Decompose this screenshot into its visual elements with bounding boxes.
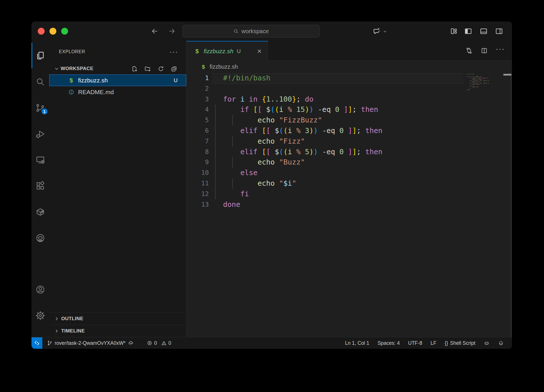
shell-file-icon: $ <box>194 48 200 55</box>
git-branch-status[interactable]: rover/task-2-QwamOvYXA0xW* <box>47 340 126 346</box>
new-file-icon[interactable] <box>131 65 138 72</box>
language-label: Shell Script <box>450 340 475 346</box>
vscode-window: workspace 1 EXPLORER ··· <box>31 21 512 349</box>
copilot-status-icon[interactable] <box>484 340 490 346</box>
indent-guide <box>232 157 233 168</box>
line-number: 1 <box>186 73 215 84</box>
customize-layout-icon[interactable] <box>450 27 458 35</box>
copilot-chevron-down-icon[interactable] <box>383 29 387 34</box>
scm-changes-badge: 1 <box>41 108 48 115</box>
file-name: README.md <box>78 89 114 96</box>
code-editor[interactable]: 1#!/bin/bash23for i in {1..100}; do4 if … <box>186 73 512 337</box>
section-timeline[interactable]: TIMELINE <box>49 325 186 337</box>
language-mode[interactable]: {} Shell Script <box>445 340 475 346</box>
activity-item-remote-explorer[interactable] <box>35 155 45 165</box>
activity-item-run-debug[interactable] <box>35 129 45 139</box>
line-number: 5 <box>186 115 215 126</box>
code-line-3[interactable]: 3for i in {1..100}; do <box>186 94 512 105</box>
eol-status[interactable]: LF <box>430 340 436 346</box>
desktop: workspace 1 EXPLORER ··· <box>0 0 544 392</box>
code-line-5[interactable]: 5 echo "FizzBuzz" <box>186 115 512 126</box>
remote-indicator[interactable] <box>31 337 42 349</box>
code-line-11[interactable]: 11 echo "$i" <box>186 178 512 189</box>
file-row-README.md[interactable]: README.md <box>49 86 186 98</box>
open-changes-icon[interactable] <box>465 47 473 54</box>
code-text <box>215 84 223 94</box>
line-number: 9 <box>186 157 215 168</box>
editor-more-actions-icon[interactable]: ··· <box>496 47 503 54</box>
go-back-button[interactable] <box>150 26 160 36</box>
command-center-search[interactable]: workspace <box>182 25 319 37</box>
code-line-8[interactable]: 8 elif [[ $((i % 5)) -eq 0 ]]; then <box>186 147 512 157</box>
command-center-label: workspace <box>241 28 269 35</box>
indentation-status[interactable]: Spaces: 4 <box>378 340 400 346</box>
shell-file-icon: $ <box>200 64 207 70</box>
section-label: OUTLINE <box>61 316 83 322</box>
refresh-icon[interactable] <box>157 65 164 72</box>
account-icon <box>35 291 45 296</box>
indent-guide <box>232 178 233 189</box>
split-editor-icon[interactable] <box>481 47 488 54</box>
line-number: 11 <box>186 178 215 189</box>
workspace-section-label: WORKSPACE <box>61 66 94 72</box>
code-text: echo "Buzz" <box>215 157 305 168</box>
traffic-lights <box>38 28 68 35</box>
minimize-window-button[interactable] <box>49 28 56 35</box>
code-text: elif [[ $((i % 3)) -eq 0 ]]; then <box>215 126 382 136</box>
line-number: 4 <box>186 104 215 115</box>
breadcrumb[interactable]: $ fizzbuzz.sh <box>186 61 512 73</box>
collapse-all-icon[interactable] <box>170 65 178 72</box>
code-line-6[interactable]: 6 elif [[ $((i % 3)) -eq 0 ]]; then <box>186 126 512 136</box>
go-forward-button[interactable] <box>167 26 177 36</box>
code-line-4[interactable]: 4 if [[ $((i % 15)) -eq 0 ]]; then <box>186 104 512 115</box>
code-line-2[interactable]: 2 <box>186 84 512 94</box>
close-window-button[interactable] <box>38 28 45 35</box>
search-icon <box>233 28 239 34</box>
code-line-7[interactable]: 7 echo "Fizz" <box>186 136 512 147</box>
tab-untracked-badge: U <box>237 48 241 54</box>
activity-item-containers[interactable] <box>35 207 45 217</box>
activity-item-source-control[interactable]: 1 <box>35 103 45 113</box>
sync-changes-icon[interactable] <box>128 340 134 346</box>
tab-close-icon[interactable] <box>256 48 263 54</box>
code-line-1[interactable]: 1#!/bin/bash <box>186 73 512 84</box>
activity-item-accounts[interactable] <box>35 284 45 295</box>
file-row-fizzbuzz.sh[interactable]: $fizzbuzz.shU <box>49 74 186 86</box>
section-outline[interactable]: OUTLINE <box>49 312 186 325</box>
toggle-primary-sidebar-icon[interactable] <box>464 27 472 35</box>
explorer-more-actions-icon[interactable]: ··· <box>170 50 178 53</box>
indent-guide <box>215 178 216 189</box>
tab-fizzbuzz[interactable]: $ fizzbuzz.sh U <box>186 41 268 61</box>
indent-guide <box>215 104 216 115</box>
activity-item-explorer[interactable] <box>35 51 45 61</box>
copilot-chat-icon[interactable] <box>372 27 381 35</box>
zoom-window-button[interactable] <box>61 28 68 35</box>
code-text: done <box>215 199 240 210</box>
notifications-bell-icon[interactable] <box>498 340 504 346</box>
cursor-position[interactable]: Ln 1, Col 1 <box>345 340 369 346</box>
debug-icon <box>35 135 45 140</box>
toggle-secondary-sidebar-icon[interactable] <box>495 27 503 35</box>
line-number: 3 <box>186 94 215 105</box>
overview-ruler[interactable] <box>511 73 511 337</box>
code-text: else <box>215 168 257 178</box>
code-line-9[interactable]: 9 echo "Buzz" <box>186 157 512 168</box>
toggle-panel-icon[interactable] <box>479 27 488 35</box>
problems-status[interactable]: 0 0 <box>147 340 171 346</box>
activity-item-settings[interactable] <box>35 310 45 321</box>
workspace-section-header[interactable]: WORKSPACE <box>49 64 186 73</box>
activity-item-rover[interactable] <box>35 233 45 243</box>
code-line-10[interactable]: 10 else <box>186 168 512 178</box>
indent-guide <box>215 189 216 199</box>
activity-item-extensions[interactable] <box>35 181 45 191</box>
code-line-13[interactable]: 13done <box>186 199 512 210</box>
search-icon <box>35 83 45 88</box>
code-line-12[interactable]: 12 fi <box>186 189 512 199</box>
tab-bar: $ fizzbuzz.sh U ··· <box>186 41 512 61</box>
new-folder-icon[interactable] <box>144 65 151 72</box>
minimap[interactable]: #!/bin/bash for i in {1..100}; do if [[ … <box>467 74 490 90</box>
encoding-status[interactable]: UTF-8 <box>408 340 422 346</box>
activity-item-search[interactable] <box>35 77 45 87</box>
chevron-down-icon <box>54 66 59 72</box>
line-number: 6 <box>186 126 215 136</box>
